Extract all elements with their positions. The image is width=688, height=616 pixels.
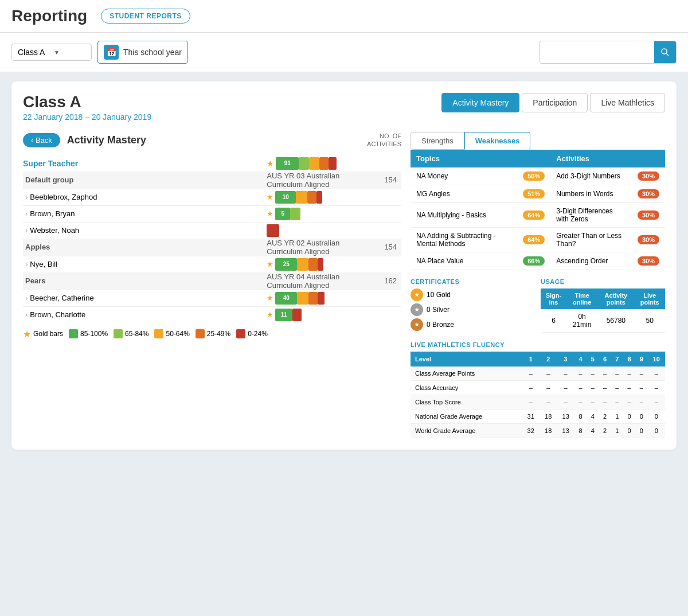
bar-segment: 40 [275,292,297,305]
student-reports-button[interactable]: STUDENT REPORTS [101,9,190,24]
usage-table: Sign-ins Time online Activity points Liv… [541,288,665,333]
tab-live-mathletics[interactable]: Live Mathletics [590,93,665,112]
tab-activity-mastery[interactable]: Activity Mastery [441,93,519,112]
tab-participation[interactable]: Participation [522,93,588,112]
svg-line-1 [666,53,669,56]
no-activities-label: NO. OFACTIVITIES [367,132,401,149]
main-content: Class A 22 January 2018 – 20 January 201… [0,72,688,459]
legend-label: 65-84% [125,330,148,338]
legend-item: 0-24% [236,329,268,338]
cell: – [647,381,665,395]
table-row: Default group AUS YR 03 Australian Curri… [23,171,401,189]
fluency-label: LIVE MATHLETICS FLUENCY [411,341,665,348]
usage-live-points: 50 [634,309,665,333]
star-icon: ★ [267,310,273,319]
cell: – [587,367,599,381]
bar-cell: ★ 40 [267,290,347,306]
pct-badge: 64% [523,210,545,220]
star-icon: ★ [267,159,274,168]
report-header: Class A 22 January 2018 – 20 January 201… [23,93,665,122]
fluency-col-10: 10 [647,352,665,367]
group-label: Apples [23,239,267,256]
fluency-section: LIVE MATHLETICS FLUENCY Level 1 2 3 4 5 … [411,341,665,438]
table-row: ›Brown, Bryan ★ 5 [23,205,401,222]
table-row: National Grade Average 3118138421000 [411,410,665,424]
cell: 32 [522,424,540,438]
num-activities: 154 [347,171,401,189]
cell: 0 [635,410,647,424]
cell: 0 [623,424,635,438]
legend-label: 0-24% [248,330,268,338]
cert-silver-count: 0 Silver [427,306,449,314]
usage-label: USAGE [541,278,665,285]
cell: – [540,367,557,381]
legend-label: 25-49% [207,330,230,338]
bar-segment [297,292,308,305]
legend-color [236,329,245,338]
cell: 0 [635,424,647,438]
curriculum-label: AUS YR 04 Australian Curriculum Aligned [267,272,347,290]
cell: 0 [647,410,665,424]
activity-pct: 30% [632,228,665,252]
bar-segment [319,157,329,170]
table-row: NA Place Value 66% Ascending Order 30% [411,252,665,270]
legend-row: ★ Gold bars 85-100% 65-84% 50-64% [23,329,401,340]
fluency-col-3: 3 [557,352,574,367]
search-button[interactable] [654,41,676,63]
table-row: ›Brown, Charlotte ★ 11 [23,306,401,323]
col-activities: Activities [550,150,632,167]
row-label: Class Accuracy [411,381,522,395]
cell: – [611,367,623,381]
bar-cell: ★ 91 [267,155,347,171]
class-select[interactable]: Class A ▼ [11,44,92,61]
cell: 18 [540,424,557,438]
num-activities [347,155,401,171]
certificates-box: CERTIFICATES ★ 10 Gold ★ 0 Silver ★ 0 Br… [411,278,535,333]
bar-segment [299,157,309,170]
num-activities [347,189,401,205]
cell: – [522,381,540,395]
cell: 8 [574,410,587,424]
table-row: Apples AUS YR 02 Australian Curriculum A… [23,239,401,256]
row-label: World Grade Average [411,424,522,438]
fluency-col-2: 2 [540,352,557,367]
cell: – [599,367,611,381]
back-button[interactable]: ‹ Back [23,133,60,147]
usage-col-activity-points: Activity points [597,288,634,309]
activity-pct: 30% [632,203,665,228]
usage-activity-points: 56780 [597,309,634,333]
search-input[interactable] [540,44,654,61]
table-row: ›Beeblebrox, Zaphod ★ 10 [23,189,401,205]
cell: – [540,395,557,410]
num-activities: 162 [347,272,401,290]
topic-pct: 64% [517,203,550,228]
bar-segment [318,292,325,305]
pct-badge: 30% [638,256,659,266]
table-row: NA Multiplying - Basics 64% 3-Digit Diff… [411,203,665,228]
student-name: ›Nye, Bill [23,256,267,272]
cert-gold-count: 10 Gold [427,291,451,299]
activity-pct: 30% [632,167,665,185]
activity-name: Ascending Order [550,252,632,270]
top-header: Reporting STUDENT REPORTS [0,0,688,33]
bar-cell: ★ 10 [267,189,347,205]
tab-weaknesses[interactable]: Weaknesses [464,132,531,150]
star-icon: ★ [267,209,273,218]
num-activities [347,256,401,272]
class-name: Class A [23,93,151,111]
bar-segment: 10 [275,191,296,204]
fluency-col-7: 7 [611,352,623,367]
cell: 1 [611,410,623,424]
legend-color [114,329,123,338]
cell: 0 [647,424,665,438]
curriculum-label: AUS YR 03 Australian Curriculum Aligned [267,171,347,189]
tab-strengths[interactable]: Strengths [411,132,464,150]
topic-pct: 51% [517,185,550,203]
cert-label: CERTIFICATES [411,278,535,285]
fluency-col-4: 4 [574,352,587,367]
topic-name: NA Multiplying - Basics [411,203,517,228]
cell: – [623,367,635,381]
table-row: Class Accuracy –––––––––– [411,381,665,395]
bar-segment: 5 [275,208,290,220]
date-filter[interactable]: 📅 This school year [97,41,188,64]
